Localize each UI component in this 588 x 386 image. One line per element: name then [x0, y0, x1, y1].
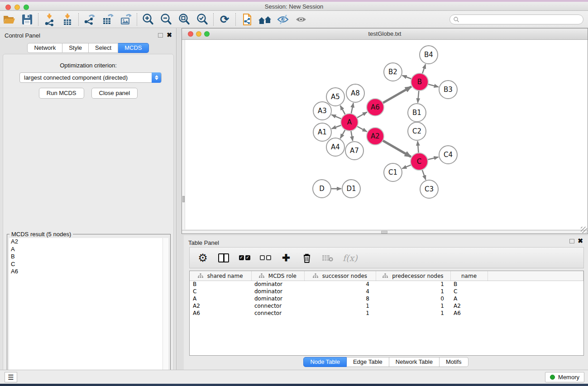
- edge-C-C3[interactable]: [422, 169, 425, 180]
- memory-button[interactable]: Memory: [545, 372, 584, 382]
- float-panel-icon[interactable]: [569, 239, 574, 243]
- cell-shared-name[interactable]: A6: [190, 310, 251, 317]
- tab-node-table[interactable]: Node Table: [303, 357, 347, 367]
- cell-name[interactable]: A6: [450, 310, 488, 317]
- delete-column-button[interactable]: [301, 251, 313, 265]
- column-header[interactable]: MCDS role: [251, 271, 304, 281]
- edge-A6-B[interactable]: [382, 86, 411, 103]
- cell-successor-nodes[interactable]: 1: [304, 302, 376, 310]
- network-from-document-button[interactable]: [238, 12, 256, 27]
- export-table-button[interactable]: [99, 12, 117, 27]
- cell-successor-nodes[interactable]: 1: [304, 310, 376, 317]
- tab-network-table[interactable]: Network Table: [389, 357, 440, 367]
- cell-MCDS-role[interactable]: connector: [251, 302, 304, 310]
- cell-predecessor-nodes[interactable]: 1: [376, 310, 450, 317]
- export-image-button[interactable]: [117, 12, 135, 27]
- edge-A-A6[interactable]: [357, 112, 367, 118]
- refresh-button[interactable]: ⟳: [215, 12, 234, 27]
- edge-A-A7[interactable]: [351, 130, 353, 141]
- edge-B-B2[interactable]: [402, 76, 412, 79]
- cell-predecessor-nodes[interactable]: 1: [376, 281, 450, 288]
- cell-successor-nodes[interactable]: 4: [304, 281, 376, 288]
- result-list-scrollbar[interactable]: [163, 238, 168, 386]
- cell-successor-nodes[interactable]: 8: [304, 295, 376, 302]
- cell-name[interactable]: A2: [450, 302, 488, 310]
- tab-network[interactable]: Network: [27, 43, 62, 53]
- cell-shared-name[interactable]: A2: [190, 302, 251, 310]
- cell-predecessor-nodes[interactable]: 1: [376, 288, 450, 295]
- network-horizontal-scrollbar[interactable]: [182, 230, 588, 234]
- cell-predecessor-nodes[interactable]: 1: [376, 302, 450, 310]
- create-column-button[interactable]: ✚: [280, 251, 292, 265]
- float-panel-icon[interactable]: [158, 33, 163, 38]
- cell-successor-nodes[interactable]: 4: [304, 288, 376, 295]
- delete-table-button[interactable]: [322, 251, 334, 265]
- cell-name[interactable]: B: [450, 281, 488, 288]
- edge-B-B3[interactable]: [427, 84, 438, 87]
- task-history-button[interactable]: ☰: [5, 372, 17, 382]
- run-mcds-button[interactable]: Run MCDS: [39, 88, 84, 99]
- cell-name[interactable]: A: [450, 295, 488, 302]
- mcds-result-item[interactable]: A6: [9, 268, 163, 276]
- open-file-button[interactable]: [0, 12, 18, 27]
- edge-B-B1[interactable]: [418, 90, 419, 103]
- column-header[interactable]: name: [450, 271, 488, 281]
- mcds-result-item[interactable]: A: [9, 246, 163, 253]
- hide-selected-button[interactable]: [274, 12, 292, 27]
- cell-predecessor-nodes[interactable]: 0: [376, 295, 450, 302]
- home-networks-button[interactable]: [256, 12, 274, 27]
- zoom-out-button[interactable]: [157, 12, 175, 27]
- network-window-titlebar[interactable]: testGlobe.txt: [182, 29, 588, 40]
- import-network-button[interactable]: [40, 12, 58, 27]
- export-network-button[interactable]: [81, 12, 99, 27]
- search-input[interactable]: [449, 14, 583, 24]
- column-header[interactable]: shared name: [190, 271, 251, 281]
- import-table-button[interactable]: [58, 12, 76, 27]
- tab-mcds[interactable]: MCDS: [118, 43, 148, 53]
- cell-MCDS-role[interactable]: dominator: [251, 281, 304, 288]
- mcds-result-item[interactable]: B: [9, 253, 163, 261]
- network-vertical-scrollbar[interactable]: [182, 40, 185, 229]
- optimization-criterion-select[interactable]: largest connected component (directed): [19, 72, 162, 83]
- edge-A-A4[interactable]: [340, 129, 345, 138]
- select-all-columns-button[interactable]: ✓✓: [239, 251, 250, 265]
- close-panel-button[interactable]: Close panel: [91, 88, 138, 99]
- edge-A-A8[interactable]: [351, 103, 354, 114]
- cell-shared-name[interactable]: B: [190, 281, 251, 288]
- edge-A-A3[interactable]: [331, 114, 342, 119]
- table-row[interactable]: Bdominator41B: [190, 281, 583, 288]
- edge-A-A5[interactable]: [340, 105, 346, 115]
- mcds-result-item[interactable]: A2: [9, 238, 163, 246]
- cell-MCDS-role[interactable]: dominator: [251, 288, 304, 295]
- save-session-button[interactable]: [18, 12, 36, 27]
- table-row[interactable]: Adominator80A: [190, 295, 583, 302]
- zoom-selected-button[interactable]: [193, 12, 211, 27]
- zoom-fit-button[interactable]: [175, 12, 193, 27]
- show-hidden-button[interactable]: [292, 12, 310, 27]
- tab-style[interactable]: Style: [62, 43, 89, 53]
- tab-motifs[interactable]: Motifs: [440, 357, 468, 367]
- function-builder-button[interactable]: f(x): [343, 251, 358, 265]
- column-header[interactable]: successor nodes: [304, 271, 376, 281]
- cell-shared-name[interactable]: C: [190, 288, 251, 295]
- network-canvas[interactable]: AA1A2A3A4A5A6A7A8BB1B2B3B4CC1C2C3C4DD1: [182, 40, 588, 229]
- cell-MCDS-role[interactable]: connector: [251, 310, 304, 317]
- cell-shared-name[interactable]: A: [190, 295, 251, 302]
- table-row[interactable]: A2connector11A2: [190, 302, 583, 310]
- edge-C-C1[interactable]: [402, 165, 411, 169]
- edge-B-B4[interactable]: [422, 64, 425, 74]
- mcds-result-item[interactable]: C: [9, 261, 163, 268]
- scrollbar-thumb[interactable]: [182, 196, 185, 202]
- cell-MCDS-role[interactable]: dominator: [251, 295, 304, 302]
- edge-A-A1[interactable]: [332, 125, 342, 129]
- tab-edge-table[interactable]: Edge Table: [347, 357, 389, 367]
- zoom-in-button[interactable]: [139, 12, 157, 27]
- cell-name[interactable]: C: [450, 288, 488, 295]
- table-row[interactable]: Cdominator41C: [190, 288, 583, 295]
- table-row[interactable]: A6connector11A6: [190, 310, 583, 317]
- column-header[interactable]: predecessor nodes: [376, 271, 450, 281]
- table-settings-button[interactable]: ⚙: [197, 251, 209, 265]
- resize-grip-icon[interactable]: [581, 227, 587, 233]
- close-panel-icon[interactable]: ✖: [167, 33, 172, 37]
- show-columns-button[interactable]: [218, 251, 229, 265]
